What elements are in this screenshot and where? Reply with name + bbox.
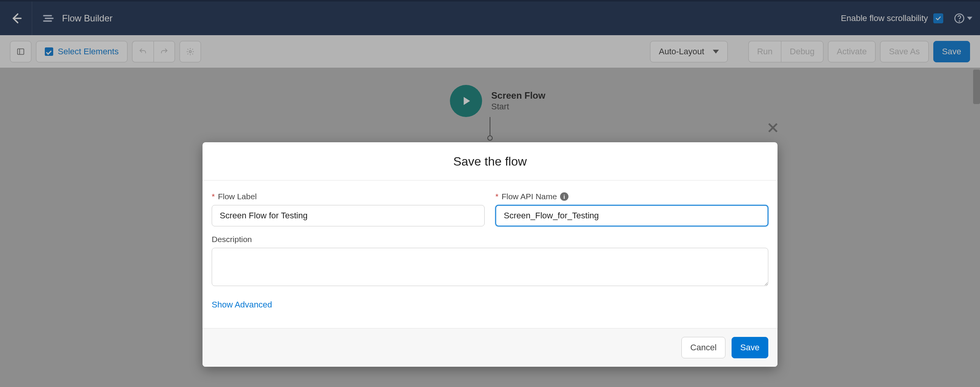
description-textarea[interactable] [212,248,768,286]
modal-close-button[interactable] [766,121,780,135]
info-icon[interactable]: i [560,192,568,201]
modal-cancel-button[interactable]: Cancel [681,337,725,358]
description-label: Description [212,235,768,244]
flow-label-label: * Flow Label [212,192,485,201]
flow-label-input[interactable] [212,205,485,226]
modal-title: Save the flow [203,142,777,180]
flow-api-name-label: * Flow API Name i [495,192,768,201]
modal-save-button[interactable]: Save [732,337,768,358]
flow-api-name-input[interactable] [495,205,768,226]
show-advanced-link[interactable]: Show Advanced [212,300,272,310]
modal-footer: Cancel Save [203,328,777,367]
save-flow-modal: Save the flow * Flow Label * Flow API Na… [203,142,777,367]
